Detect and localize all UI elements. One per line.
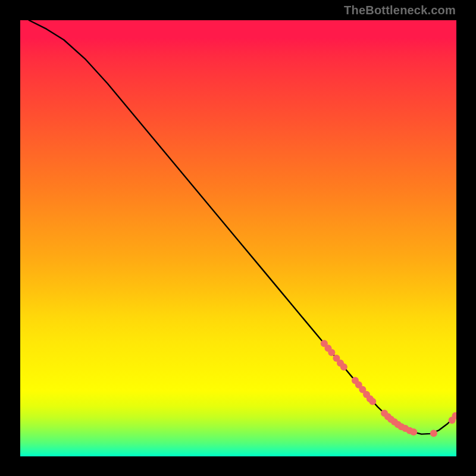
plot-area (20, 20, 456, 456)
chart-svg (20, 20, 456, 456)
marker-dot (410, 428, 417, 436)
curve-path (29, 20, 456, 434)
marker-series (321, 340, 456, 437)
marker-dot (340, 364, 347, 371)
chart-root: TheBottleneck.com (0, 0, 476, 476)
attribution-label: TheBottleneck.com (344, 4, 456, 17)
marker-dot (328, 349, 335, 356)
curve-series (29, 20, 456, 434)
marker-dot (430, 430, 437, 437)
marker-dot (369, 398, 376, 405)
